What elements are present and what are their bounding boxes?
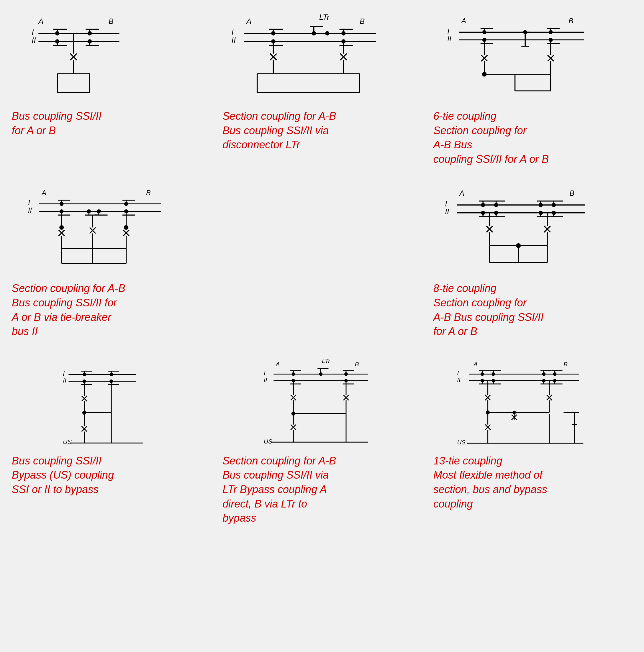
svg-point-95 xyxy=(549,38,552,42)
cell-1: A B I II xyxy=(12,12,211,166)
diagram-5 xyxy=(222,184,421,278)
label-1: Bus coupling SSI/IIfor A or B xyxy=(12,109,102,138)
cell-4: A B I II xyxy=(12,184,211,338)
cell-6: A B I II xyxy=(433,184,632,338)
label-9: 13-tie couplingMost flexible method ofse… xyxy=(433,454,547,511)
svg-point-182 xyxy=(552,211,556,215)
svg-text:II: II xyxy=(457,376,460,383)
svg-point-134 xyxy=(125,202,128,206)
svg-point-179 xyxy=(481,211,485,215)
diagram-3: A B I II xyxy=(433,12,632,106)
svg-point-133 xyxy=(60,202,63,206)
svg-point-92 xyxy=(482,30,486,34)
cell-8: A LTr B I II xyxy=(222,356,421,525)
cell-2: A LTr B I II xyxy=(222,12,421,166)
svg-point-177 xyxy=(539,203,542,207)
svg-text:II: II xyxy=(28,207,32,214)
svg-text:II: II xyxy=(63,377,66,384)
cell-5 xyxy=(222,184,421,338)
svg-text:I: I xyxy=(457,370,459,376)
svg-text:A: A xyxy=(38,17,43,25)
svg-point-138 xyxy=(97,210,101,213)
svg-text:II: II xyxy=(445,208,449,216)
svg-point-115 xyxy=(60,225,63,229)
svg-text:B: B xyxy=(359,17,365,25)
svg-point-303 xyxy=(553,373,556,375)
svg-point-222 xyxy=(320,373,322,375)
svg-text:I: I xyxy=(445,200,447,208)
label-3: 6-tie couplingSection coupling forA-B Bu… xyxy=(433,109,549,166)
diagram-9: A B I II xyxy=(433,356,632,451)
svg-point-59 xyxy=(272,39,275,43)
svg-text:II: II xyxy=(32,36,36,44)
svg-point-307 xyxy=(553,379,556,382)
svg-point-284 xyxy=(512,411,515,414)
svg-text:I: I xyxy=(232,28,234,36)
cell-7: I II xyxy=(12,356,211,525)
svg-text:I: I xyxy=(32,28,34,36)
svg-point-120 xyxy=(124,225,128,229)
svg-point-136 xyxy=(125,210,128,213)
diagram-1: A B I II xyxy=(12,12,211,106)
svg-point-60 xyxy=(342,39,345,43)
svg-point-249 xyxy=(345,373,348,375)
svg-point-175 xyxy=(481,203,485,207)
svg-point-250 xyxy=(292,379,295,382)
svg-text:A: A xyxy=(246,17,251,25)
diagram-4: A B I II xyxy=(12,184,211,278)
svg-point-36 xyxy=(325,31,329,35)
label-6: 8-tie couplingSection coupling forA-B Bu… xyxy=(433,281,544,338)
svg-point-23 xyxy=(88,31,92,35)
svg-text:A: A xyxy=(275,361,280,368)
svg-text:US: US xyxy=(457,438,465,445)
svg-point-176 xyxy=(494,203,498,207)
svg-text:A: A xyxy=(41,189,46,197)
label-8: Section coupling for A-BBus coupling SSI… xyxy=(222,454,336,525)
cell-3: A B I II xyxy=(433,12,632,166)
svg-point-209 xyxy=(83,373,86,376)
diagram-6: A B I II xyxy=(433,184,632,278)
diagram-7: I II xyxy=(12,356,211,451)
svg-point-251 xyxy=(345,379,348,382)
svg-text:I: I xyxy=(28,199,30,207)
svg-point-22 xyxy=(55,31,59,35)
svg-text:B: B xyxy=(146,189,151,197)
svg-point-58 xyxy=(342,31,345,35)
svg-text:II: II xyxy=(447,34,451,43)
label-4: Section coupling for A-BBus coupling SSI… xyxy=(12,281,125,338)
svg-text:US: US xyxy=(264,438,272,445)
svg-point-24 xyxy=(55,39,59,43)
diagram-2: A LTr B I II xyxy=(222,12,421,106)
svg-text:B: B xyxy=(563,361,568,368)
svg-text:A: A xyxy=(459,189,464,197)
svg-point-212 xyxy=(110,380,113,383)
svg-point-93 xyxy=(549,30,552,34)
diagram-grid: A B I II xyxy=(12,12,632,525)
svg-text:II: II xyxy=(232,36,236,44)
svg-point-57 xyxy=(272,31,275,35)
svg-point-300 xyxy=(481,373,484,375)
svg-point-210 xyxy=(110,373,113,376)
diagram-8: A LTr B I II xyxy=(222,356,421,451)
svg-point-248 xyxy=(292,373,295,375)
svg-point-137 xyxy=(87,210,90,213)
svg-text:I: I xyxy=(447,27,449,35)
svg-text:B: B xyxy=(569,189,574,197)
label-7: Bus coupling SSI/IIBypass (US) couplingS… xyxy=(12,454,114,497)
svg-text:B: B xyxy=(355,361,359,368)
svg-point-306 xyxy=(542,379,545,382)
svg-point-305 xyxy=(492,379,495,382)
svg-point-301 xyxy=(492,373,495,375)
svg-text:B: B xyxy=(568,17,573,25)
svg-point-302 xyxy=(542,373,545,375)
cell-9: A B I II xyxy=(433,356,632,525)
svg-point-211 xyxy=(83,380,86,383)
svg-text:I: I xyxy=(63,370,64,377)
svg-text:LTr: LTr xyxy=(322,357,330,364)
svg-point-180 xyxy=(494,211,498,215)
svg-point-304 xyxy=(481,379,484,382)
svg-text:A: A xyxy=(473,361,478,368)
svg-text:II: II xyxy=(264,376,267,383)
svg-point-135 xyxy=(60,210,63,213)
svg-text:A: A xyxy=(461,17,466,25)
